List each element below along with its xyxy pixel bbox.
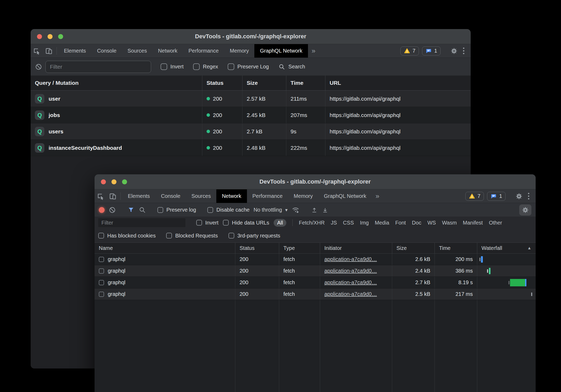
tab-network[interactable]: Network bbox=[152, 44, 183, 58]
tab-elements[interactable]: Elements bbox=[122, 189, 155, 203]
inspect-button[interactable] bbox=[95, 189, 107, 203]
network-conditions-button[interactable] bbox=[292, 206, 300, 214]
table-row[interactable]: graphql 200 fetch application-a7ca9d0… 2… bbox=[95, 265, 536, 277]
row-checkbox[interactable] bbox=[99, 280, 104, 285]
type-filter-ws[interactable]: WS bbox=[427, 220, 436, 226]
column-header-size[interactable]: Size bbox=[242, 76, 286, 90]
regex-checkbox[interactable] bbox=[193, 63, 200, 70]
row-checkbox[interactable] bbox=[99, 292, 104, 297]
type-filter-media[interactable]: Media bbox=[375, 220, 389, 226]
initiator-link[interactable]: application-a7ca9d0… bbox=[324, 268, 377, 274]
throttling-select[interactable]: No throttling ▾ bbox=[254, 207, 288, 213]
column-header-name[interactable]: Name bbox=[95, 243, 235, 253]
clear-button[interactable] bbox=[35, 63, 42, 71]
settings-button[interactable] bbox=[450, 47, 458, 55]
initiator-link[interactable]: application-a7ca9d0… bbox=[324, 291, 377, 297]
table-row[interactable]: Qusers 200 2.7 kB 9s https://gitlab.com/… bbox=[31, 123, 471, 140]
tab-sources[interactable]: Sources bbox=[186, 189, 216, 203]
search-button[interactable] bbox=[139, 206, 146, 214]
type-filter-font[interactable]: Font bbox=[395, 220, 406, 226]
url-value: https://gitlab.com/api/graphql bbox=[325, 107, 471, 123]
table-row[interactable]: graphql 200 fetch application-a7ca9d0… 2… bbox=[95, 277, 536, 288]
tab-performance[interactable]: Performance bbox=[247, 189, 288, 203]
more-vert-icon[interactable] bbox=[461, 48, 466, 54]
search-button[interactable]: Search bbox=[278, 63, 305, 70]
column-header-size[interactable]: Size bbox=[392, 243, 435, 253]
table-row[interactable]: QinstanceSecurityDashboard 200 2.48 kB 2… bbox=[31, 140, 471, 156]
column-header-status[interactable]: Status bbox=[235, 243, 279, 253]
titlebar[interactable]: DevTools - gitlab.com/-/graphql-explorer bbox=[95, 174, 536, 189]
type-filter-all[interactable]: All bbox=[274, 219, 286, 227]
tab-network[interactable]: Network bbox=[216, 189, 247, 203]
type-filter-doc[interactable]: Doc bbox=[412, 220, 422, 226]
invert-checkbox[interactable] bbox=[161, 63, 167, 70]
filter-toggle-button[interactable] bbox=[127, 206, 135, 214]
table-row[interactable]: graphql 200 fetch application-a7ca9d0… 2… bbox=[95, 288, 536, 300]
zoom-window-button[interactable] bbox=[58, 34, 63, 39]
record-icon[interactable] bbox=[99, 207, 105, 213]
tab-performance[interactable]: Performance bbox=[183, 44, 225, 58]
filter-input[interactable] bbox=[45, 61, 151, 73]
initiator-link[interactable]: application-a7ca9d0… bbox=[324, 279, 377, 286]
column-header-type[interactable]: Type bbox=[279, 243, 320, 253]
type-filter-fetch-xhr[interactable]: Fetch/XHR bbox=[299, 220, 325, 226]
column-header-time[interactable]: Time bbox=[286, 76, 325, 90]
filter-input[interactable] bbox=[98, 218, 185, 227]
type-filter-css[interactable]: CSS bbox=[343, 220, 354, 226]
tab-console[interactable]: Console bbox=[155, 189, 186, 203]
tab-memory[interactable]: Memory bbox=[224, 44, 254, 58]
warnings-badge[interactable]: 7 bbox=[400, 46, 419, 55]
device-toolbar-button[interactable] bbox=[43, 44, 55, 58]
hide-data-urls-checkbox[interactable] bbox=[223, 220, 229, 226]
type-filter-wasm[interactable]: Wasm bbox=[442, 220, 457, 226]
blocked-requests-checkbox[interactable] bbox=[166, 233, 172, 239]
column-header-initiator[interactable]: Initiator bbox=[320, 243, 392, 253]
clear-button[interactable] bbox=[109, 206, 116, 214]
initiator-link[interactable]: application-a7ca9d0… bbox=[324, 256, 377, 262]
warnings-badge[interactable]: 7 bbox=[465, 192, 484, 201]
invert-checkbox[interactable] bbox=[196, 220, 202, 226]
column-header-url[interactable]: URL bbox=[325, 76, 471, 90]
third-party-requests-checkbox[interactable] bbox=[228, 233, 234, 239]
tab-elements[interactable]: Elements bbox=[58, 44, 91, 58]
type-filter-other[interactable]: Other bbox=[489, 220, 502, 226]
disable-cache-checkbox[interactable] bbox=[207, 207, 213, 213]
column-header-time[interactable]: Time bbox=[435, 243, 477, 253]
table-row[interactable]: Qjobs 200 2.45 kB 207ms https://gitlab.c… bbox=[31, 107, 471, 123]
inspect-button[interactable] bbox=[31, 44, 43, 58]
tab-graphql-network[interactable]: GraphQL Network bbox=[254, 44, 308, 58]
issues-badge[interactable]: 1 bbox=[487, 192, 506, 201]
column-header-query-mutation[interactable]: Query / Mutation bbox=[31, 76, 202, 90]
more-vert-icon[interactable] bbox=[526, 193, 531, 199]
row-checkbox[interactable] bbox=[99, 257, 104, 262]
preserve-log-checkbox[interactable] bbox=[228, 63, 234, 70]
has-blocked-cookies-checkbox[interactable] bbox=[98, 233, 104, 239]
network-settings-button[interactable] bbox=[519, 204, 531, 216]
titlebar[interactable]: DevTools - gitlab.com/-/graphql-explorer bbox=[31, 29, 471, 44]
tab-sources[interactable]: Sources bbox=[122, 44, 152, 58]
overflow-chevron-icon[interactable]: » bbox=[372, 189, 383, 203]
type-filter-js[interactable]: JS bbox=[331, 220, 337, 226]
tab-memory[interactable]: Memory bbox=[288, 189, 318, 203]
zoom-window-button[interactable] bbox=[122, 179, 127, 184]
type-filter-img[interactable]: Img bbox=[360, 220, 369, 226]
table-row[interactable]: graphql 200 fetch application-a7ca9d0… 2… bbox=[95, 254, 536, 265]
device-toolbar-button[interactable] bbox=[107, 189, 119, 203]
import-har-button[interactable] bbox=[311, 207, 318, 213]
issues-badge[interactable]: 1 bbox=[422, 46, 441, 55]
tab-graphql-network[interactable]: GraphQL Network bbox=[318, 189, 372, 203]
column-header-status[interactable]: Status bbox=[202, 76, 242, 90]
preserve-log-checkbox[interactable] bbox=[157, 207, 163, 213]
export-har-button[interactable] bbox=[322, 207, 329, 213]
minimize-window-button[interactable] bbox=[111, 179, 116, 184]
row-checkbox[interactable] bbox=[99, 268, 104, 274]
type-filter-manifest[interactable]: Manifest bbox=[463, 220, 483, 226]
tab-console[interactable]: Console bbox=[91, 44, 122, 58]
table-row[interactable]: Quser 200 2.57 kB 211ms https://gitlab.c… bbox=[31, 91, 471, 107]
overflow-chevron-icon[interactable]: » bbox=[308, 44, 319, 58]
column-header-waterfall[interactable]: Waterfall ▲ bbox=[477, 243, 536, 253]
minimize-window-button[interactable] bbox=[48, 34, 53, 39]
close-window-button[interactable] bbox=[101, 179, 106, 184]
settings-button[interactable] bbox=[515, 193, 523, 200]
close-window-button[interactable] bbox=[37, 34, 42, 39]
